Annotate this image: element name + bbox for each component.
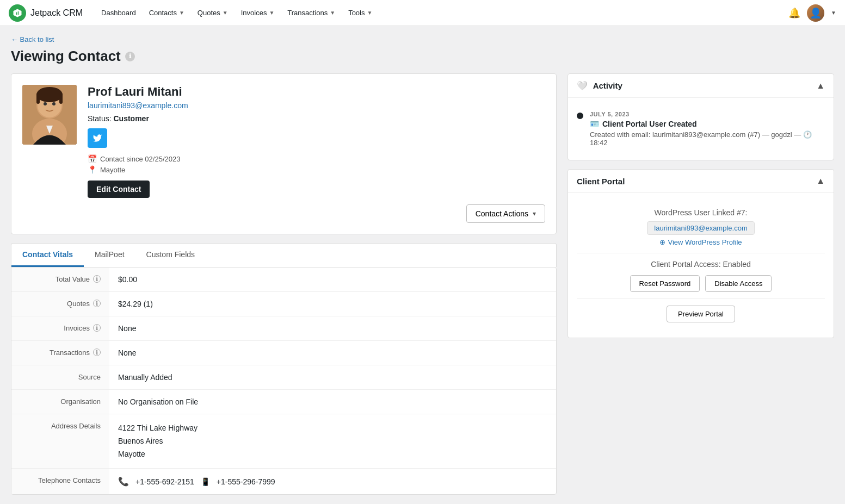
quotes-info-icon[interactable]: ℹ	[93, 300, 101, 307]
jetpack-logo-icon	[9, 4, 26, 22]
wordpress-icon: ⊕	[659, 238, 665, 246]
contact-actions-button[interactable]: Contact Actions ▾	[466, 204, 545, 223]
main-layout: Prof Lauri Mitani laurimitani893@example…	[11, 73, 834, 495]
contact-name: Prof Lauri Mitani	[88, 85, 545, 99]
client-portal-panel-header: Client Portal ▲	[568, 170, 834, 193]
value-telephone: 📞 +1-555-692-2151 📱 +1-555-296-7999	[109, 469, 556, 494]
twitter-button[interactable]	[88, 128, 107, 148]
total-value-info-icon[interactable]: ℹ	[93, 275, 101, 283]
page-content: ← Back to list Viewing Contact ℹ	[0, 26, 845, 503]
svg-point-5	[52, 102, 55, 105]
client-portal-body: WordPress User Linked #7: laurimitani893…	[568, 193, 834, 338]
nav-contacts[interactable]: Contacts ▼	[144, 5, 190, 20]
value-source: Manually Added	[109, 365, 556, 389]
nav-invoices[interactable]: Invoices ▼	[236, 5, 280, 20]
activity-title: Client Portal User Created	[602, 120, 697, 128]
contact-since: 📅 Contact since 02/25/2023	[88, 154, 545, 163]
table-row: Transactions ℹ None	[11, 341, 556, 365]
right-column: 🤍 Activity ▲ JULY 5, 2023 🪪 Client Porta…	[568, 73, 834, 347]
activity-dot	[577, 113, 583, 119]
left-column: Prof Lauri Mitani laurimitani893@example…	[11, 73, 557, 495]
table-row: Source Manually Added	[11, 365, 556, 390]
nav-transactions[interactable]: Transactions ▼	[282, 5, 341, 20]
label-total-value: Total Value ℹ	[11, 267, 109, 291]
nav-dashboard[interactable]: Dashboard	[96, 5, 141, 20]
disable-access-button[interactable]: Disable Access	[705, 275, 772, 292]
nav-tools[interactable]: Tools ▼	[343, 5, 378, 20]
activity-panel-title: 🤍 Activity	[577, 80, 622, 91]
cp-preview-section: Preview Portal	[577, 299, 825, 329]
phone-mobile-icon: 📱	[201, 477, 210, 486]
activity-panel-header: 🤍 Activity ▲	[568, 74, 834, 98]
edit-contact-button[interactable]: Edit Contact	[88, 181, 150, 198]
table-row: Telephone Contacts 📞 +1-555-692-2151 📱 +…	[11, 469, 556, 494]
svg-rect-7	[36, 93, 40, 104]
cp-access-buttons: Reset Password Disable Access	[577, 275, 825, 292]
client-portal-panel: Client Portal ▲ WordPress User Linked #7…	[568, 169, 834, 338]
nav-quotes[interactable]: Quotes ▼	[192, 5, 233, 20]
label-telephone: Telephone Contacts	[11, 469, 109, 494]
tab-mailpoet[interactable]: MailPoet	[84, 244, 135, 267]
brand-name: Jetpack CRM	[30, 8, 83, 18]
quotes-caret-icon: ▼	[223, 10, 228, 16]
page-info-icon[interactable]: ℹ	[125, 52, 135, 61]
cp-access-section: Client Portal Access: Enabled Reset Pass…	[577, 253, 825, 299]
value-quotes: $24.29 (1)	[109, 292, 556, 316]
reset-password-button[interactable]: Reset Password	[630, 275, 700, 292]
tab-contact-vitals[interactable]: Contact Vitals	[11, 244, 84, 267]
label-invoices: Invoices ℹ	[11, 316, 109, 340]
activity-content: JULY 5, 2023 🪪 Client Portal User Create…	[590, 111, 825, 147]
svg-point-4	[44, 102, 47, 105]
transactions-info-icon[interactable]: ℹ	[93, 349, 101, 356]
nav-right: 🔔 👤 ▼	[788, 4, 836, 22]
client-portal-title: Client Portal	[577, 177, 625, 186]
svg-rect-8	[59, 93, 63, 104]
contact-info: Prof Lauri Mitani laurimitani893@example…	[88, 85, 545, 198]
cp-email-badge: laurimitani893@example.com	[647, 221, 754, 235]
cp-wp-user-label: WordPress User Linked #7:	[577, 208, 825, 217]
invoices-info-icon[interactable]: ℹ	[93, 324, 101, 332]
contact-email[interactable]: laurimitani893@example.com	[88, 101, 545, 110]
activity-clock-icon: 🕐	[803, 130, 812, 139]
contacts-caret-icon: ▼	[179, 10, 184, 16]
contact-header: Prof Lauri Mitani laurimitani893@example…	[22, 85, 545, 198]
label-transactions: Transactions ℹ	[11, 341, 109, 365]
tab-custom-fields[interactable]: Custom Fields	[135, 244, 206, 267]
activity-panel-body: JULY 5, 2023 🪪 Client Portal User Create…	[568, 98, 834, 160]
back-to-list-link[interactable]: ← Back to list	[11, 35, 54, 43]
contact-status: Status: Customer	[88, 114, 545, 123]
label-address: Address Details	[11, 414, 109, 468]
value-total-value: $0.00	[109, 267, 556, 291]
phone-number-2: +1-555-296-7999	[217, 477, 275, 486]
table-row: Total Value ℹ $0.00	[11, 267, 556, 292]
activity-item: JULY 5, 2023 🪪 Client Portal User Create…	[577, 107, 825, 151]
activity-panel: 🤍 Activity ▲ JULY 5, 2023 🪪 Client Porta…	[568, 73, 834, 160]
activity-heart-icon: 🤍	[577, 81, 588, 90]
value-organisation: No Organisation on File	[109, 390, 556, 414]
cp-view-profile-link[interactable]: ⊕ View WordPress Profile	[577, 238, 825, 246]
logo[interactable]: Jetpack CRM	[9, 4, 83, 22]
contact-meta: 📅 Contact since 02/25/2023 📍 Mayotte	[88, 154, 545, 174]
vitals-table: Total Value ℹ $0.00 Quotes ℹ $24.29 (1)	[11, 267, 557, 495]
tabs-bar: Contact Vitals MailPoet Custom Fields	[11, 243, 557, 267]
transactions-caret-icon: ▼	[330, 10, 335, 16]
calendar-icon: 📅	[88, 154, 97, 163]
tools-caret-icon: ▼	[367, 10, 373, 16]
phone-number-1: +1-555-692-2151	[135, 477, 194, 486]
location-icon: 📍	[88, 165, 97, 174]
activity-title-row: 🪪 Client Portal User Created	[590, 120, 825, 128]
contact-location: 📍 Mayotte	[88, 165, 545, 174]
value-address: 4122 Thi Lake HighwayBuenos AiresMayotte	[109, 414, 556, 468]
preview-portal-button[interactable]: Preview Portal	[667, 306, 735, 322]
activity-description: Created with email: laurimitani893@examp…	[590, 130, 825, 147]
notification-bell-icon[interactable]: 🔔	[788, 7, 800, 19]
cp-access-label: Client Portal Access: Enabled	[577, 260, 825, 269]
client-portal-collapse-icon[interactable]: ▲	[816, 176, 825, 186]
activity-collapse-icon[interactable]: ▲	[816, 81, 825, 91]
table-row: Invoices ℹ None	[11, 316, 556, 341]
page-title: Viewing Contact ℹ	[11, 48, 834, 65]
user-avatar[interactable]: 👤	[807, 4, 824, 22]
table-row: Organisation No Organisation on File	[11, 390, 556, 414]
user-menu-caret-icon[interactable]: ▼	[831, 10, 836, 16]
main-nav: Dashboard Contacts ▼ Quotes ▼ Invoices ▼…	[96, 5, 788, 20]
